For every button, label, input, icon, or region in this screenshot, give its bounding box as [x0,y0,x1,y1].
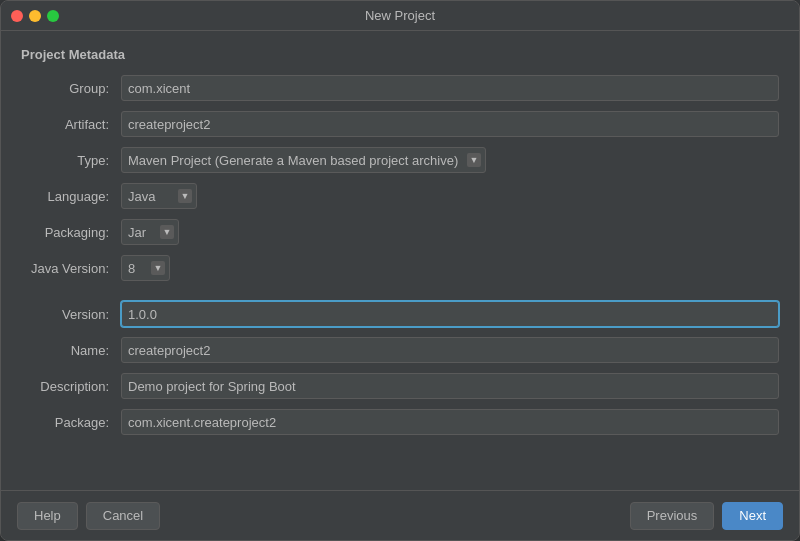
artifact-label: Artifact: [21,117,121,132]
language-label: Language: [21,189,121,204]
name-field-wrapper [121,337,779,363]
package-row: Package: [21,408,779,436]
packaging-label: Packaging: [21,225,121,240]
java-version-select-container[interactable]: 8 11 17 ▼ [121,255,170,281]
section-title: Project Metadata [21,47,779,62]
package-field-wrapper [121,409,779,435]
version-label: Version: [21,307,121,322]
type-field-wrapper: Maven Project (Generate a Maven based pr… [121,147,779,173]
type-select-container[interactable]: Maven Project (Generate a Maven based pr… [121,147,486,173]
language-select[interactable]: Java Kotlin Groovy [128,189,174,204]
maximize-button[interactable] [47,10,59,22]
package-input[interactable] [121,409,779,435]
java-version-field-wrapper: 8 11 17 ▼ [121,255,779,281]
group-input[interactable] [121,75,779,101]
packaging-field-wrapper: Jar War ▼ [121,219,779,245]
description-row: Description: [21,372,779,400]
java-version-label: Java Version: [21,261,121,276]
type-select[interactable]: Maven Project (Generate a Maven based pr… [128,153,463,168]
language-select-container[interactable]: Java Kotlin Groovy ▼ [121,183,197,209]
cancel-button[interactable]: Cancel [86,502,160,530]
type-row: Type: Maven Project (Generate a Maven ba… [21,146,779,174]
next-button[interactable]: Next [722,502,783,530]
group-row: Group: [21,74,779,102]
package-label: Package: [21,415,121,430]
version-field-wrapper [121,301,779,327]
footer: Help Cancel Previous Next [1,490,799,540]
artifact-field-wrapper [121,111,779,137]
description-field-wrapper [121,373,779,399]
type-dropdown-arrow: ▼ [467,153,481,167]
artifact-row: Artifact: [21,110,779,138]
description-input[interactable] [121,373,779,399]
name-input[interactable] [121,337,779,363]
version-row: Version: [21,300,779,328]
packaging-select[interactable]: Jar War [128,225,156,240]
java-version-dropdown-arrow: ▼ [151,261,165,275]
group-field-wrapper [121,75,779,101]
language-row: Language: Java Kotlin Groovy ▼ [21,182,779,210]
minimize-button[interactable] [29,10,41,22]
title-bar: New Project [1,1,799,31]
new-project-window: New Project Project Metadata Group: Arti… [0,0,800,541]
artifact-input[interactable] [121,111,779,137]
footer-right: Previous Next [630,502,783,530]
footer-left: Help Cancel [17,502,160,530]
description-label: Description: [21,379,121,394]
type-label: Type: [21,153,121,168]
language-field-wrapper: Java Kotlin Groovy ▼ [121,183,779,209]
traffic-lights [11,10,59,22]
close-button[interactable] [11,10,23,22]
previous-button[interactable]: Previous [630,502,715,530]
window-title: New Project [365,8,435,23]
form-content: Project Metadata Group: Artifact: Type: … [1,31,799,490]
group-label: Group: [21,81,121,96]
help-button[interactable]: Help [17,502,78,530]
version-input[interactable] [121,301,779,327]
packaging-dropdown-arrow: ▼ [160,225,174,239]
java-version-row: Java Version: 8 11 17 ▼ [21,254,779,282]
language-dropdown-arrow: ▼ [178,189,192,203]
name-label: Name: [21,343,121,358]
packaging-select-container[interactable]: Jar War ▼ [121,219,179,245]
name-row: Name: [21,336,779,364]
packaging-row: Packaging: Jar War ▼ [21,218,779,246]
java-version-select[interactable]: 8 11 17 [128,261,147,276]
